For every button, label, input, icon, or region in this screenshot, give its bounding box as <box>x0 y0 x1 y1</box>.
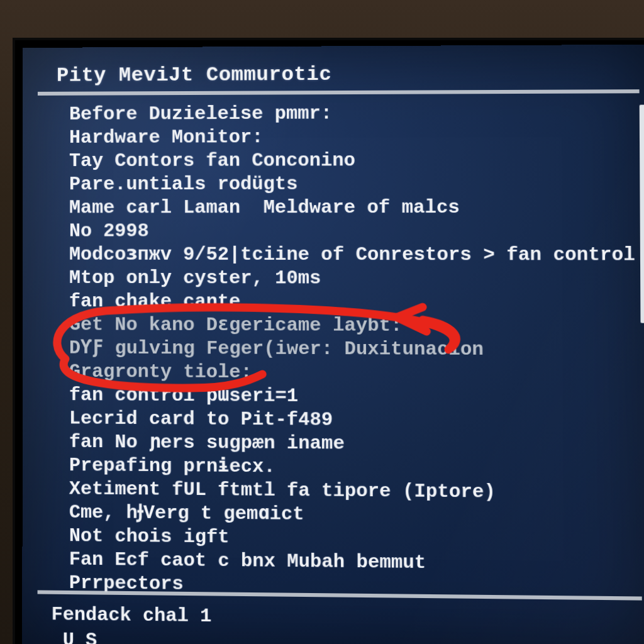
list-item-highlighted[interactable]: Gragronty tiole: <box>69 360 630 386</box>
page-title: Pity MeviJt Commurotic <box>57 63 332 87</box>
list-item[interactable]: Mame carl Laman Meldware of malcs <box>69 196 630 219</box>
list-item[interactable]: fan control pɯseri=1 <box>69 384 631 410</box>
list-item[interactable]: fan No ɲers sugpæn iname <box>69 431 631 458</box>
footer-hints: Fendack chal 1 U S <box>52 602 212 644</box>
list-item[interactable]: Modcoɜпжv 9/52|tciine of Conrestors > fa… <box>69 243 630 267</box>
bios-screen: Pity MeviJt Commurotic Before Duzieleise… <box>22 45 644 644</box>
list-item[interactable]: Prepafing prnɨecx. <box>69 454 631 482</box>
divider-top <box>38 89 640 96</box>
list-item[interactable]: Pare.untials rodügts <box>69 172 630 197</box>
footer-line: U S <box>52 627 212 644</box>
list-item[interactable]: Mtop only cyster, 10ms <box>69 267 630 291</box>
list-item[interactable]: No 2998 <box>69 219 630 243</box>
list-item[interactable]: Before Duzieleise pmmr: <box>69 101 629 126</box>
list-item[interactable]: fan chake cante <box>69 290 630 314</box>
list-item[interactable]: Lecrid card to Pit-f489 <box>69 407 631 433</box>
settings-list[interactable]: Before Duzieleise pmmr: Hardware Monitor… <box>69 101 631 577</box>
list-item[interactable]: Hardware Monitor: <box>69 125 630 150</box>
list-item[interactable]: Tay Contors fan Conconino <box>69 148 630 173</box>
list-item-highlighted[interactable]: Get No kano Dɛgericame laybt: <box>69 313 630 338</box>
scrollbar[interactable] <box>640 105 644 323</box>
list-item-highlighted[interactable]: DƳƑ gulving Feger(iwer: Duxitunacion <box>69 336 630 362</box>
footer-line: Fendack chal 1 <box>52 602 212 629</box>
